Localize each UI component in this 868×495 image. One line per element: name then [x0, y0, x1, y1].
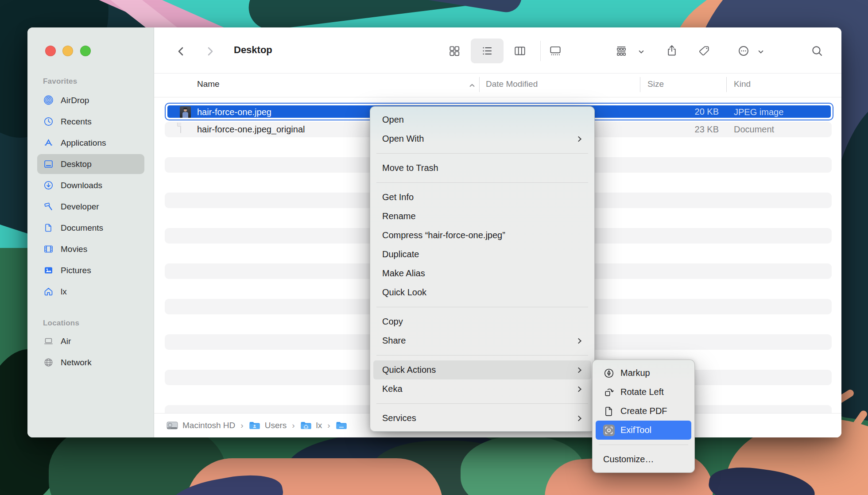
- sidebar-item-movies[interactable]: Movies: [37, 239, 144, 259]
- menu-item-duplicate[interactable]: Duplicate: [373, 245, 591, 264]
- sidebar-item-desktop[interactable]: Desktop: [37, 154, 144, 174]
- sidebar-item-label: AirDrop: [61, 96, 89, 105]
- file-kind: Document: [734, 124, 774, 135]
- column-divider[interactable]: [640, 77, 640, 92]
- sidebar-section-locations: Locations: [43, 319, 79, 328]
- back-chevron-icon: [175, 45, 187, 58]
- menu-item-rename[interactable]: Rename: [373, 207, 591, 226]
- sidebar: Favorites AirDrop Recents Applications D…: [27, 27, 154, 437]
- zoom-window-button[interactable]: [80, 46, 91, 56]
- menu-item-make-alias[interactable]: Make Alias: [373, 264, 591, 283]
- column-header-name[interactable]: Name: [197, 79, 220, 89]
- sidebar-item-home-lx[interactable]: lx: [37, 282, 144, 302]
- sidebar-item-label: Recents: [61, 117, 92, 127]
- breadcrumb-users[interactable]: Users: [249, 421, 287, 430]
- sidebar-item-label: Desktop: [61, 159, 92, 169]
- file-size: 20 KB: [695, 105, 719, 118]
- menu-item-compress[interactable]: Compress “hair-force-one.jpeg”: [373, 226, 591, 245]
- sidebar-item-network[interactable]: Network: [37, 352, 144, 372]
- sidebar-item-pictures[interactable]: Pictures: [37, 260, 144, 280]
- columns-icon: [513, 44, 527, 58]
- sidebar-item-label: Developer: [61, 202, 99, 212]
- menu-item-open-with[interactable]: Open With: [373, 129, 591, 148]
- back-button[interactable]: [174, 45, 188, 58]
- sidebar-item-label: Network: [61, 358, 92, 367]
- icon-view-button[interactable]: [448, 44, 461, 58]
- column-divider[interactable]: [726, 77, 727, 92]
- tag-button[interactable]: [698, 44, 711, 58]
- sidebar-item-downloads[interactable]: Downloads: [37, 175, 144, 195]
- breadcrumb-desktop-partial[interactable]: [336, 421, 352, 430]
- jpeg-thumbnail-icon: [180, 106, 191, 118]
- document-icon: [43, 223, 54, 233]
- forward-button[interactable]: [203, 45, 217, 58]
- menu-item-keka[interactable]: Keka: [373, 379, 591, 398]
- submenu-item-customize[interactable]: Customize…: [596, 450, 691, 469]
- globe-icon: [43, 357, 54, 367]
- submenu-chevron-icon: [576, 367, 581, 373]
- create-pdf-icon: [603, 406, 615, 417]
- search-button[interactable]: [810, 44, 824, 58]
- folder-icon: [336, 421, 347, 430]
- gallery-view-button[interactable]: [549, 44, 562, 58]
- sidebar-item-applications[interactable]: Applications: [37, 133, 144, 153]
- group-by-button[interactable]: [615, 44, 628, 58]
- menu-item-quick-actions[interactable]: Quick Actions: [373, 360, 591, 379]
- app-store-icon: [43, 138, 54, 148]
- menu-item-share[interactable]: Share: [373, 331, 591, 350]
- menu-item-open[interactable]: Open: [373, 110, 591, 129]
- sidebar-item-label: Movies: [61, 244, 87, 254]
- sidebar-item-airdrop[interactable]: AirDrop: [37, 90, 144, 110]
- sidebar-section-favorites: Favorites: [43, 77, 77, 86]
- markup-pen-icon: [603, 367, 615, 379]
- close-window-button[interactable]: [45, 46, 56, 56]
- search-icon: [810, 44, 824, 58]
- group-by-chevron[interactable]: [638, 49, 645, 55]
- menu-separator: [599, 445, 688, 445]
- column-view-button[interactable]: [513, 44, 527, 58]
- file-name: hair-force-one.jpeg: [197, 105, 271, 119]
- tag-icon: [698, 44, 711, 58]
- submenu-item-rotate-left[interactable]: Rotate Left: [596, 383, 691, 402]
- submenu-item-exiftool[interactable]: ExifTool: [596, 421, 691, 440]
- menu-separator: [376, 182, 588, 183]
- download-circle-icon: [43, 180, 54, 190]
- toolbar-divider: [540, 41, 541, 61]
- minimize-window-button[interactable]: [62, 46, 73, 56]
- context-menu: Open Open With Move to Trash Get Info Re…: [370, 106, 595, 432]
- menu-item-copy[interactable]: Copy: [373, 312, 591, 331]
- column-header-date-modified[interactable]: Date Modified: [486, 79, 538, 89]
- sidebar-item-recents[interactable]: Recents: [37, 112, 144, 131]
- group-by-icon: [615, 44, 628, 58]
- column-header-size[interactable]: Size: [647, 79, 664, 89]
- hard-drive-icon: [167, 421, 178, 430]
- column-divider[interactable]: [479, 77, 480, 92]
- submenu-item-create-pdf[interactable]: Create PDF: [596, 402, 691, 421]
- sidebar-item-label: Documents: [61, 223, 103, 233]
- sidebar-item-label: Air: [61, 336, 71, 346]
- sidebar-item-label: lx: [61, 287, 67, 297]
- sidebar-item-developer[interactable]: Developer: [37, 197, 144, 217]
- hammer-icon: [43, 201, 54, 212]
- menu-item-services[interactable]: Services: [373, 409, 591, 428]
- photo-icon: [43, 265, 54, 275]
- breadcrumb-macintosh-hd[interactable]: Macintosh HD: [167, 421, 235, 430]
- breadcrumb-lx[interactable]: lx: [300, 421, 322, 430]
- menu-item-move-to-trash[interactable]: Move to Trash: [373, 159, 591, 178]
- sidebar-item-documents[interactable]: Documents: [37, 218, 144, 238]
- column-header-kind[interactable]: Kind: [734, 79, 751, 89]
- sidebar-item-air[interactable]: Air: [37, 331, 144, 351]
- grid-icon: [448, 44, 461, 58]
- desktop-icon: [43, 159, 54, 169]
- more-actions-button[interactable]: [737, 44, 750, 58]
- submenu-item-markup[interactable]: Markup: [596, 364, 691, 383]
- more-actions-chevron[interactable]: [758, 49, 764, 55]
- gallery-icon: [549, 44, 562, 58]
- share-icon: [665, 44, 679, 58]
- list-view-button[interactable]: [480, 44, 494, 58]
- menu-item-quick-look[interactable]: Quick Look: [373, 283, 591, 302]
- share-button[interactable]: [665, 44, 679, 58]
- menu-item-get-info[interactable]: Get Info: [373, 188, 591, 207]
- desktop: Favorites AirDrop Recents Applications D…: [0, 0, 868, 495]
- folder-user-icon: [249, 421, 260, 430]
